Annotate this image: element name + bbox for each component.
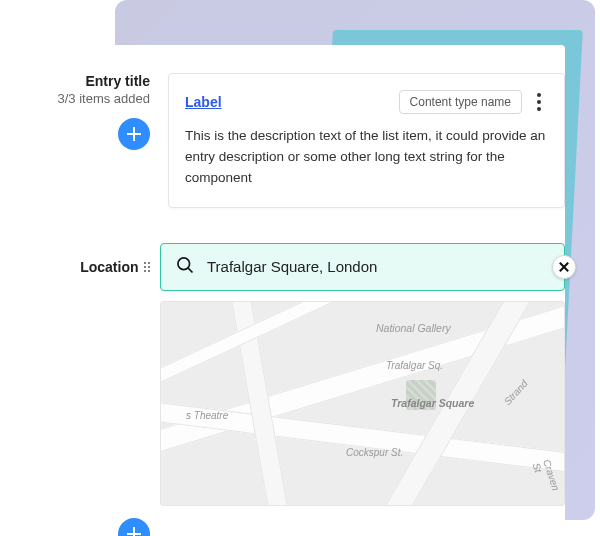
- close-icon: [559, 262, 569, 272]
- entry-label-link[interactable]: Label: [185, 94, 222, 110]
- map-label: Cockspur St.: [346, 447, 403, 458]
- location-label-row: Location: [80, 243, 150, 291]
- entry-count: 3/3 items added: [57, 91, 150, 106]
- entry-card-actions: Content type name: [399, 90, 548, 114]
- location-search-field[interactable]: [160, 243, 565, 291]
- clear-search-button[interactable]: [552, 255, 576, 279]
- content-type-chip: Content type name: [399, 90, 522, 114]
- entry-card-header: Label Content type name: [185, 90, 548, 114]
- svg-point-0: [178, 258, 190, 270]
- map-label: Strand: [502, 378, 530, 407]
- drag-handle-icon[interactable]: [144, 262, 151, 273]
- map-label: s Theatre: [186, 410, 228, 421]
- svg-line-1: [188, 268, 193, 273]
- map-preview[interactable]: National Gallery Trafalgar Sq. Trafalgar…: [160, 301, 565, 506]
- entry-title: Entry title: [85, 73, 150, 89]
- location-meta: Location: [10, 243, 150, 291]
- location-search-wrap: National Gallery Trafalgar Sq. Trafalgar…: [160, 243, 565, 506]
- plus-icon: [126, 126, 142, 142]
- more-options-button[interactable]: [530, 90, 548, 114]
- location-add-wrap: [10, 518, 150, 536]
- map-label: Trafalgar Square: [391, 397, 474, 409]
- kebab-icon: [537, 93, 541, 97]
- location-section: Location: [10, 243, 565, 506]
- map-label: National Gallery: [376, 322, 451, 334]
- add-location-button[interactable]: [118, 518, 150, 536]
- entry-card: Label Content type name This is the desc…: [168, 73, 565, 208]
- search-icon: [175, 255, 195, 279]
- entry-section: Entry title 3/3 items added Label Conten…: [10, 45, 565, 208]
- location-add-row: [10, 506, 565, 536]
- location-search-input[interactable]: [207, 258, 526, 275]
- map-label: Trafalgar Sq.: [386, 360, 443, 371]
- entry-meta: Entry title 3/3 items added: [10, 73, 150, 150]
- add-entry-button[interactable]: [118, 118, 150, 150]
- location-label-text: Location: [80, 259, 138, 275]
- plus-icon: [126, 526, 142, 536]
- page-card: Entry title 3/3 items added Label Conten…: [10, 45, 565, 536]
- entry-description: This is the description text of the list…: [185, 126, 548, 189]
